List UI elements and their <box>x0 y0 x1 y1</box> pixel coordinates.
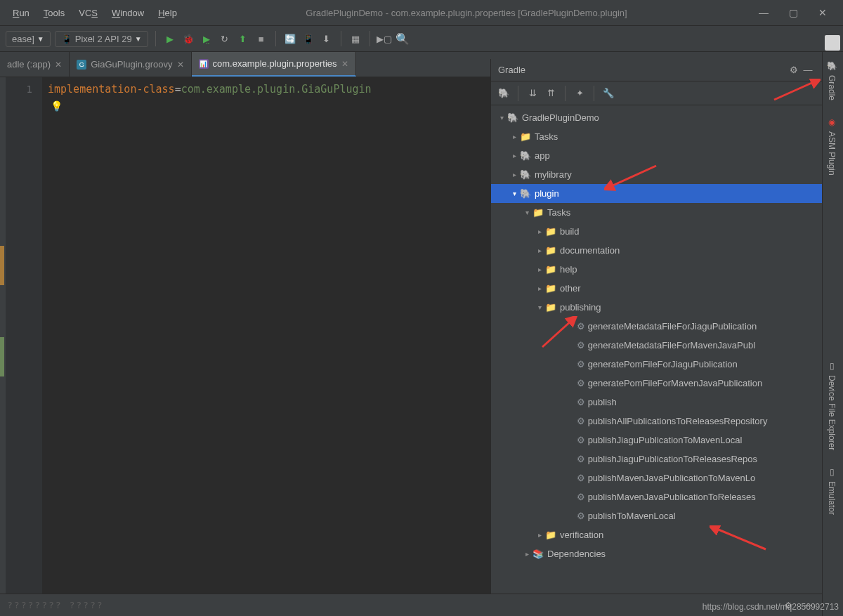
chevron-right-icon: ▸ <box>535 284 544 292</box>
minimize-button[interactable]: — <box>749 0 778 25</box>
tab-giagu-plugin[interactable]: G GiaGuPlugin.groovy ✕ <box>70 52 191 77</box>
run-icon[interactable]: ▶ <box>163 32 177 46</box>
task-label: publishAllPublicationsToReleasesReposito… <box>588 416 768 426</box>
task-label: generateMetadataFileForMavenJavaPubl <box>588 340 755 350</box>
node-label: Tasks <box>547 207 570 218</box>
attach-icon[interactable]: ⬆ <box>236 32 250 46</box>
task-row[interactable]: ⚙ generatePomFileForMavenJavaPublication <box>491 374 822 393</box>
task-row[interactable]: ⚙ publishMavenJavaPublicationToMavenLo <box>491 468 822 487</box>
separator <box>594 86 594 101</box>
menu-vcs[interactable]: VCS <box>72 5 105 21</box>
gear-icon: ⚙ <box>577 416 585 426</box>
run-config-label: ease] <box>12 34 34 44</box>
task-row[interactable]: ⚙ generatePomFileForJiaguPublication <box>491 355 822 374</box>
close-icon[interactable]: ✕ <box>55 60 62 70</box>
task-row[interactable]: ⚙ publishJiaguPublicationToReleasesRepos <box>491 450 822 468</box>
gear-icon: ⚙ <box>577 378 585 388</box>
gear-icon[interactable]: ⚙ <box>787 63 801 77</box>
tab-gradle-app[interactable]: adle (:app) ✕ <box>0 52 70 77</box>
sync-icon[interactable]: 🔄 <box>283 32 297 46</box>
chevron-down-icon: ▾ <box>497 114 507 122</box>
tree-publishing[interactable]: ▾📁publishing <box>491 298 822 317</box>
gutter: 1 <box>0 77 42 594</box>
close-icon[interactable]: ✕ <box>341 59 348 69</box>
debug-icon[interactable]: 🐞 <box>181 32 195 46</box>
chevron-down-icon: ▼ <box>37 35 44 43</box>
avd-icon[interactable]: 📱 <box>301 32 315 46</box>
tree-dependencies[interactable]: ▸📚Dependencies <box>491 544 822 563</box>
dependencies-icon: 📚 <box>532 549 544 559</box>
stop-icon[interactable]: ■ <box>254 32 268 46</box>
sdk-icon[interactable]: ⬇ <box>320 32 334 46</box>
tree-verification[interactable]: ▸📁verification <box>491 525 822 544</box>
menu-tools[interactable]: Tools <box>37 5 72 21</box>
capture-icon[interactable]: ▶▢ <box>377 32 391 46</box>
folder-gear-icon: 📁 <box>532 207 544 218</box>
tree-build[interactable]: ▸📁build <box>491 222 822 241</box>
close-icon[interactable]: ✕ <box>177 60 184 70</box>
task-row[interactable]: ⚙ publishJiaguPublicationToMavenLocal <box>491 431 822 450</box>
menu-run[interactable]: Run <box>6 5 37 21</box>
tree-plugin[interactable]: ▾🐘plugin <box>491 184 822 203</box>
watermark: https://blog.csdn.net/mq2856992713 <box>702 602 839 612</box>
refresh-icon[interactable]: 🐘 <box>497 86 511 100</box>
profile-icon[interactable]: ↻ <box>218 32 232 46</box>
side-tab-device-explorer[interactable]: ▯Device File Explorer <box>823 353 841 459</box>
side-tab-gradle[interactable]: 🐘Gradle <box>823 52 841 109</box>
node-label: mylibrary <box>535 169 572 180</box>
chevron-down-icon: ▾ <box>522 209 532 216</box>
maximize-button[interactable]: ▢ <box>778 0 808 25</box>
menu-window[interactable]: Window <box>105 5 151 21</box>
tree-documentation[interactable]: ▸📁documentation <box>491 241 822 260</box>
wrench-icon[interactable]: 🔧 <box>601 86 615 100</box>
task-label: publish <box>588 397 617 407</box>
tab-plugin-properties[interactable]: 📊 com.example.plugin.properties ✕ <box>192 52 356 77</box>
tree-tasks[interactable]: ▸📁Tasks <box>491 127 822 146</box>
chevron-right-icon: ▸ <box>509 152 519 159</box>
gradle-project-icon: 🐘 <box>507 112 519 123</box>
close-button[interactable]: ✕ <box>808 0 837 25</box>
layout-icon[interactable]: ▦ <box>348 32 362 46</box>
side-tab-emulator[interactable]: ▯Emulator <box>823 459 841 523</box>
chevron-down-icon: ▾ <box>509 190 519 197</box>
search-icon[interactable]: 🔍 <box>396 32 410 46</box>
offline-icon[interactable]: ✦ <box>573 86 587 100</box>
titlebar: Run Tools VCS Window Help GradlePluginDe… <box>0 0 843 25</box>
chevron-right-icon: ▸ <box>535 247 544 254</box>
run-config-dropdown[interactable]: ease] ▼ <box>6 31 51 47</box>
tree-help[interactable]: ▸📁help <box>491 260 822 279</box>
tree-plugin-tasks[interactable]: ▾📁Tasks <box>491 203 822 222</box>
tab-label: adle (:app) <box>7 59 51 70</box>
tab-label: com.example.plugin.properties <box>213 58 337 69</box>
task-label: publishJiaguPublicationToReleasesRepos <box>588 454 757 464</box>
intention-bulb-icon[interactable]: 💡 <box>51 98 63 114</box>
gear-icon: ⚙ <box>577 473 585 483</box>
avatar[interactable] <box>825 35 840 51</box>
tree-mylibrary[interactable]: ▸🐘mylibrary <box>491 165 822 184</box>
marker-green <box>0 337 4 376</box>
emulator-icon: ▯ <box>827 467 837 477</box>
task-row[interactable]: ⚙ generateMetadataFileForMavenJavaPubl <box>491 336 822 355</box>
device-icon: ▯ <box>827 361 837 371</box>
collapse-all-icon[interactable]: ⇈ <box>544 86 558 100</box>
tree-root[interactable]: ▾🐘GradlePluginDemo <box>491 108 822 127</box>
chevron-down-icon: ▾ <box>535 303 544 311</box>
expand-all-icon[interactable]: ⇊ <box>525 86 540 100</box>
right-sidebar: 🐘Gradle ◉ASM Plugin ▯Device File Explore… <box>822 52 843 616</box>
node-label: help <box>560 264 577 275</box>
task-row[interactable]: ⚙ publishAllPublicationsToReleasesReposi… <box>491 412 822 431</box>
task-row[interactable]: ⚙ generateMetadataFileForJiaguPublicatio… <box>491 317 822 336</box>
task-row[interactable]: ⚙ publishMavenJavaPublicationToReleases <box>491 487 822 506</box>
side-tab-asm[interactable]: ◉ASM Plugin <box>823 109 841 184</box>
folder-gear-icon: 📁 <box>544 264 557 275</box>
device-dropdown[interactable]: 📱 Pixel 2 API 29 ▼ <box>55 31 148 47</box>
groovy-file-icon: G <box>77 60 86 70</box>
menu-help[interactable]: Help <box>151 5 184 21</box>
coverage-icon[interactable]: ▶̤ <box>200 32 214 46</box>
task-row[interactable]: ⚙ publishToMavenLocal <box>491 506 822 525</box>
task-row[interactable]: ⚙ publish <box>491 393 822 412</box>
tree-app[interactable]: ▸🐘app <box>491 146 822 165</box>
minimize-panel-icon[interactable]: — <box>801 63 815 77</box>
tree-other[interactable]: ▸📁other <box>491 279 822 298</box>
node-label: documentation <box>560 245 620 256</box>
